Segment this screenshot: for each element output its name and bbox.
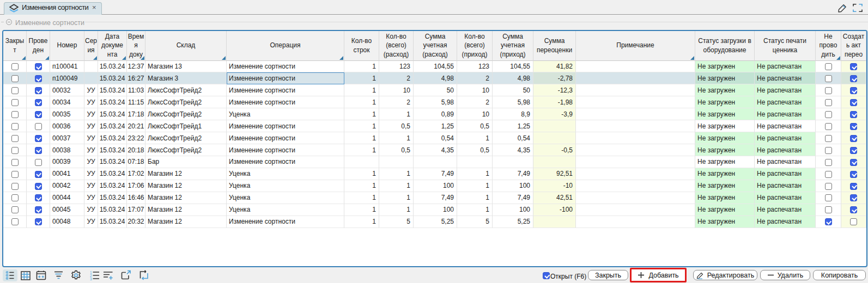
svg-text:3: 3 — [90, 277, 92, 281]
